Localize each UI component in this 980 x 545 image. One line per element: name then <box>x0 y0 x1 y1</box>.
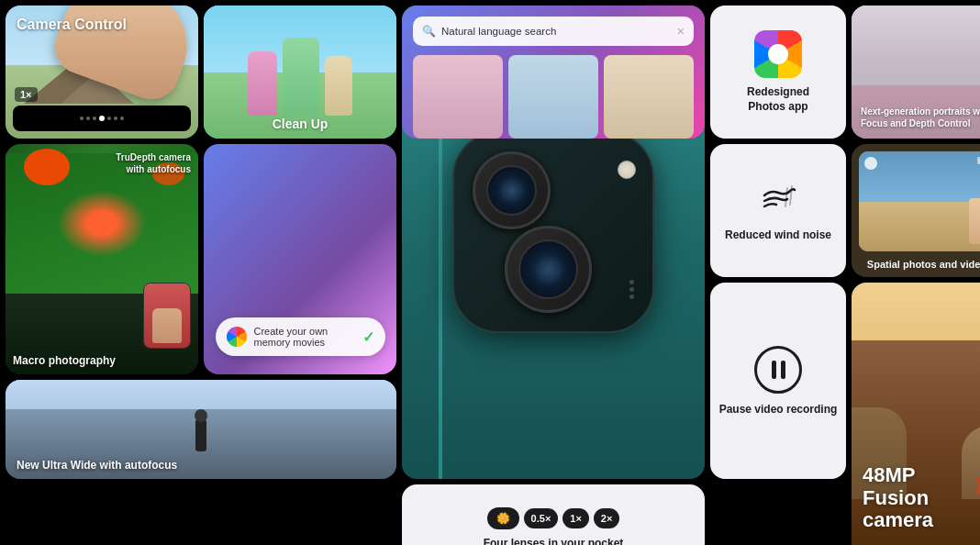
card-clean-up: Clean Up <box>204 6 396 139</box>
memory-check-icon: ✓ <box>362 328 374 346</box>
card-ultra-wide: New Ultra Wide with autofocus <box>6 380 396 479</box>
ultra-wide-label: New Ultra Wide with autofocus <box>17 459 177 472</box>
card-natural-search: 🔍 Natural language search × <box>402 6 705 139</box>
card-redesigned-photos: RedesignedPhotos app <box>710 6 846 139</box>
card-spatial-photos: Spatial photos and videos <box>852 144 980 277</box>
card-next-gen-portraits: Next-generation portraits with Focus and… <box>852 6 980 139</box>
portraits-label: Next-generation portraits with Focus and… <box>861 106 980 129</box>
redesigned-photos-label: RedesignedPhotos app <box>747 85 809 114</box>
chip-1x: 1× <box>562 508 589 528</box>
wind-icon <box>760 181 796 221</box>
search-input-text: Natural language search <box>441 26 672 37</box>
chip-2x: 2× <box>594 508 620 528</box>
search-mag-icon: 🔍 <box>422 25 436 38</box>
camera-control-title: Camera Control <box>17 17 127 33</box>
zoom-label: 1× <box>15 87 38 102</box>
search-bar: 🔍 Natural language search × <box>413 17 694 46</box>
card-memory-movies: Create your own memory movies ✓ <box>204 144 396 374</box>
macro-label: Macro photography <box>13 354 116 367</box>
card-fusion-camera: 48MP Fusion camera with 2× Telephoto <box>852 283 980 545</box>
fusion-text: 48MP Fusion camera <box>863 464 980 531</box>
search-clear-icon[interactable]: × <box>677 24 685 39</box>
pause-button-circle <box>754 346 802 394</box>
memory-text: Create your own memory movies <box>254 326 355 348</box>
card-truedepth: Macro photography TruDepth camerawith au… <box>6 144 198 374</box>
card-pause-video: Pause video recording <box>710 283 846 479</box>
pause-video-label: Pause video recording <box>719 403 838 416</box>
lenses-chips: 🌼 0.5× 1× 2× <box>487 507 620 529</box>
reduced-wind-label: Reduced wind noise <box>725 228 831 241</box>
siri-icon <box>227 327 247 347</box>
photos-icon <box>754 30 802 78</box>
chip-0-5x: 0.5× <box>524 508 559 528</box>
card-reduced-wind: Reduced wind noise <box>710 144 846 277</box>
svg-line-1 <box>790 186 792 205</box>
clean-up-label: Clean Up <box>204 117 396 131</box>
card-four-lenses: 🌼 0.5× 1× 2× Four lenses in your pocket <box>402 484 705 545</box>
flower-icon: 🌼 <box>496 512 510 525</box>
svg-line-0 <box>785 188 787 206</box>
truedepth-label: TruDepth camerawith autofocus <box>116 151 191 175</box>
card-camera-control: 1× Camera Control <box>6 6 198 139</box>
spatial-label: Spatial photos and videos <box>852 259 980 270</box>
four-lenses-label: Four lenses in your pocket <box>484 537 624 545</box>
memory-input: Create your own memory movies ✓ <box>216 317 385 356</box>
